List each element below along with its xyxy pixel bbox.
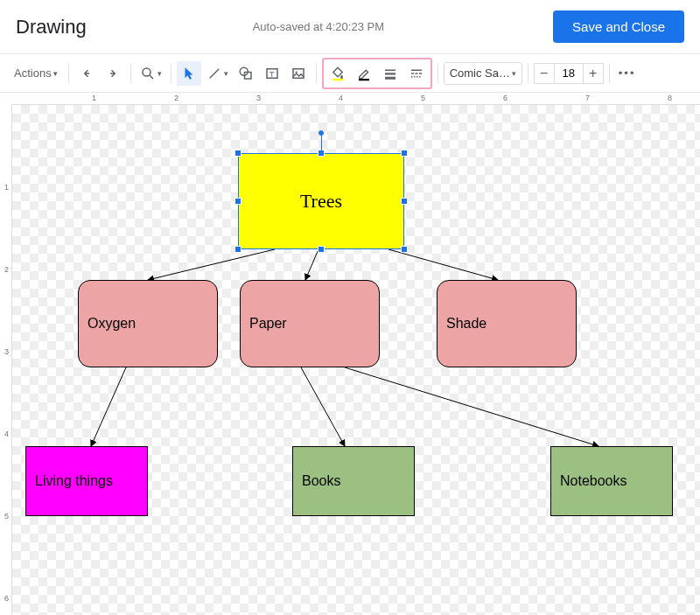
svg-rect-10 bbox=[385, 73, 396, 74]
svg-rect-11 bbox=[385, 76, 396, 79]
shape-icon bbox=[238, 66, 254, 81]
zoom-icon bbox=[140, 66, 156, 81]
line-tool-button[interactable]: ▾ bbox=[203, 61, 232, 86]
shape-tool-button[interactable] bbox=[234, 61, 258, 86]
svg-line-12 bbox=[148, 249, 275, 280]
svg-text:T: T bbox=[270, 69, 275, 78]
dialog-header: Drawing Auto-saved at 4:20:23 PM Save an… bbox=[0, 0, 700, 54]
image-tool-button[interactable] bbox=[286, 61, 311, 86]
undo-button[interactable] bbox=[74, 61, 99, 86]
separator bbox=[130, 64, 131, 83]
resize-handle[interactable] bbox=[401, 150, 408, 157]
shape-notebooks[interactable]: Notebooks bbox=[550, 446, 673, 516]
cursor-icon bbox=[181, 66, 197, 81]
border-weight-button[interactable] bbox=[378, 61, 402, 86]
svg-line-16 bbox=[301, 367, 345, 446]
more-options-button[interactable]: ••• bbox=[615, 61, 640, 86]
separator bbox=[528, 64, 528, 83]
svg-rect-7 bbox=[332, 79, 343, 80]
horizontal-ruler: 1 2 3 4 5 6 7 8 bbox=[12, 93, 700, 105]
vertical-ruler: 1 2 3 4 5 6 bbox=[0, 105, 12, 615]
shape-label: Living things bbox=[26, 473, 147, 489]
shape-paper[interactable]: Paper bbox=[240, 280, 380, 367]
redo-button[interactable] bbox=[101, 61, 125, 86]
resize-handle[interactable] bbox=[318, 246, 325, 253]
style-tools-highlighted-group bbox=[322, 58, 432, 89]
increase-font-size-button[interactable]: + bbox=[583, 63, 604, 84]
shape-label: Paper bbox=[241, 316, 379, 332]
shape-books[interactable]: Books bbox=[292, 446, 415, 516]
toolbar: Actions▾ ▾ ▾ T bbox=[0, 54, 700, 93]
resize-handle[interactable] bbox=[234, 198, 242, 205]
fill-color-icon bbox=[330, 66, 346, 81]
separator bbox=[609, 64, 610, 83]
caret-down-icon: ▾ bbox=[512, 69, 516, 78]
dialog-title: Drawing bbox=[16, 16, 87, 38]
border-weight-icon bbox=[382, 66, 398, 81]
separator bbox=[438, 64, 438, 83]
svg-line-13 bbox=[305, 249, 318, 280]
shape-oxygen[interactable]: Oxygen bbox=[78, 280, 218, 367]
drawing-canvas[interactable]: Trees Oxygen Paper Shade Living thing bbox=[12, 105, 700, 615]
textbox-icon: T bbox=[264, 66, 280, 81]
actions-menu-button[interactable]: Actions▾ bbox=[9, 61, 63, 86]
textbox-tool-button[interactable]: T bbox=[260, 61, 284, 86]
undo-icon bbox=[79, 66, 94, 81]
select-tool-button[interactable] bbox=[177, 61, 201, 86]
border-color-button[interactable] bbox=[352, 61, 376, 86]
resize-handle[interactable] bbox=[318, 150, 325, 157]
shape-label: Notebooks bbox=[551, 473, 672, 489]
zoom-button[interactable]: ▾ bbox=[136, 61, 165, 86]
caret-down-icon: ▾ bbox=[53, 69, 58, 78]
redo-icon bbox=[105, 66, 121, 81]
resize-handle[interactable] bbox=[401, 198, 408, 205]
shape-label: Shade bbox=[438, 316, 576, 332]
shape-shade[interactable]: Shade bbox=[437, 280, 577, 367]
autosave-status: Auto-saved at 4:20:23 PM bbox=[253, 20, 553, 33]
resize-handle[interactable] bbox=[234, 246, 242, 253]
svg-line-17 bbox=[345, 367, 598, 446]
save-and-close-button[interactable]: Save and Close bbox=[553, 10, 684, 43]
rotate-line bbox=[321, 135, 322, 150]
svg-point-0 bbox=[143, 68, 150, 76]
shape-living-things[interactable]: Living things bbox=[25, 446, 148, 516]
svg-line-14 bbox=[388, 249, 498, 280]
shape-trees[interactable]: Trees bbox=[238, 153, 404, 249]
fill-color-button[interactable] bbox=[326, 61, 350, 86]
svg-rect-8 bbox=[359, 79, 369, 80]
separator bbox=[171, 64, 172, 83]
svg-line-15 bbox=[91, 367, 126, 446]
svg-rect-9 bbox=[385, 69, 396, 71]
decrease-font-size-button[interactable]: − bbox=[534, 63, 555, 84]
border-color-icon bbox=[356, 66, 372, 81]
canvas-area: 1 2 3 4 5 6 7 8 1 2 3 4 5 6 bbox=[0, 93, 700, 615]
caret-down-icon: ▾ bbox=[224, 69, 228, 78]
resize-handle[interactable] bbox=[234, 150, 242, 157]
border-dash-icon bbox=[409, 66, 424, 81]
shape-label: Oxygen bbox=[79, 316, 217, 332]
separator bbox=[316, 64, 317, 83]
image-icon bbox=[290, 66, 306, 81]
separator bbox=[68, 64, 69, 83]
font-family-select[interactable]: Comic San… ▾ bbox=[444, 62, 522, 85]
line-icon bbox=[206, 66, 222, 81]
shape-label: Trees bbox=[239, 190, 403, 213]
font-size-value[interactable]: 18 bbox=[554, 63, 584, 84]
more-horizontal-icon: ••• bbox=[619, 66, 636, 80]
svg-rect-5 bbox=[293, 68, 304, 78]
border-dash-button[interactable] bbox=[404, 61, 429, 86]
caret-down-icon: ▾ bbox=[158, 69, 162, 78]
shape-label: Books bbox=[293, 473, 414, 489]
resize-handle[interactable] bbox=[401, 246, 408, 253]
font-size-stepper: − 18 + bbox=[534, 62, 604, 85]
